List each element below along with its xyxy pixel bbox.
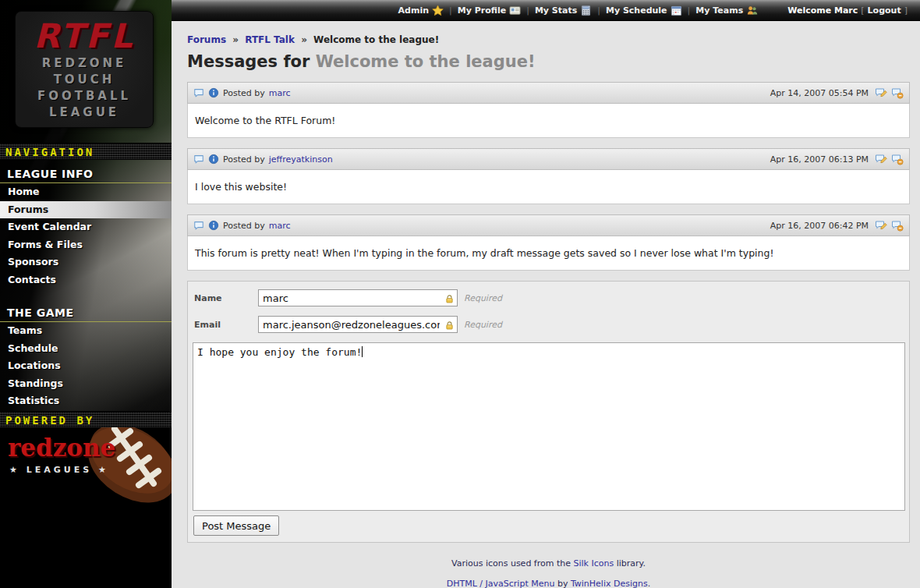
topbar-separator: | (688, 5, 691, 16)
breadcrumb-link-rtfl-talk[interactable]: RTFL Talk (245, 34, 295, 45)
sidebar-item-event-calendar[interactable]: Event Calendar (0, 218, 172, 236)
dhtml-menu-link[interactable]: DHTML / JavaScript Menu (447, 579, 555, 588)
message-timestamp: Apr 16, 2007 06:42 PM (770, 221, 869, 231)
welcome-user-label: Welcome Marc (787, 5, 858, 16)
sidebar-item-statistics[interactable]: Statistics (0, 392, 172, 410)
posted-by-label: Posted by (223, 88, 265, 98)
topbar: Admin | My Profile | My Stats | My Sched… (172, 0, 920, 21)
breadcrumb-separator: » (232, 34, 239, 45)
breadcrumb-current: Welcome to the league! (313, 34, 439, 45)
edit-comment-icon[interactable] (875, 87, 887, 99)
required-label: Required (464, 293, 502, 303)
author-link[interactable]: jeffreyatkinson (269, 154, 333, 165)
information-icon[interactable] (208, 220, 219, 231)
sidebar-item-standings[interactable]: Standings (0, 375, 172, 393)
required-label: Required (464, 320, 502, 330)
footer: Various icons used from the Silk Icons l… (187, 558, 910, 588)
message-timestamp: Apr 14, 2007 05:54 PM (770, 88, 869, 98)
comment-icon (193, 220, 204, 231)
my-schedule-menu-item[interactable]: My Schedule (606, 5, 682, 16)
rtfl-logo-acronym: RTFL (16, 16, 153, 55)
post-message-button[interactable]: Post Message (193, 515, 279, 536)
author-link[interactable]: marc (269, 221, 291, 231)
edit-comment-icon[interactable] (875, 153, 887, 165)
topbar-separator: | (597, 5, 600, 16)
text-caret (362, 346, 363, 357)
rtfl-logo-line: TOUCH (16, 72, 153, 88)
admin-link[interactable]: Admin (398, 5, 429, 16)
message-textarea[interactable]: I hope you enjoy the forum! (193, 342, 905, 511)
name-field-row: Name Required (194, 289, 905, 306)
calendar-icon (671, 5, 682, 16)
sidebar-item-forums[interactable]: Forums (0, 201, 172, 219)
my-stats-menu-item[interactable]: My Stats (535, 5, 592, 16)
my-profile-link[interactable]: My Profile (458, 5, 506, 16)
information-icon[interactable] (208, 154, 219, 165)
rtfl-logo-line: REDZONE (16, 55, 153, 72)
calculator-icon (580, 5, 592, 16)
rtfl-logo[interactable]: RTFL REDZONE TOUCH FOOTBALL LEAGUE (15, 11, 154, 128)
information-icon[interactable] (208, 87, 219, 98)
nav-heading-league-info: LEAGUE INFO (0, 160, 172, 183)
delete-comment-icon[interactable] (891, 219, 904, 232)
author-link[interactable]: marc (269, 88, 291, 98)
breadcrumb: Forums » RTFL Talk » Welcome to the leag… (187, 34, 910, 45)
page-title: Messages for Welcome to the league! (187, 52, 910, 71)
group-icon (746, 5, 758, 16)
navigation-header: NAVIGATION (0, 143, 172, 160)
name-input[interactable] (258, 289, 458, 306)
my-teams-link[interactable]: My Teams (695, 5, 743, 16)
rtfl-logo-line: FOOTBALL (16, 88, 153, 104)
twinhelix-link[interactable]: TwinHelix Designs (571, 579, 648, 588)
logout-bracket: ] (904, 5, 908, 16)
message-body: I love this website! (187, 170, 910, 204)
email-field-row: Email Required (194, 316, 905, 333)
vcard-icon (509, 5, 521, 16)
my-stats-link[interactable]: My Stats (535, 5, 577, 16)
page-title-prefix: Messages for (187, 52, 310, 71)
my-schedule-link[interactable]: My Schedule (606, 5, 667, 16)
breadcrumb-separator: » (301, 34, 307, 45)
message-body: Welcome to the RTFL Forum! (187, 104, 910, 138)
footer-credit-text: by (554, 579, 571, 588)
footer-credit-text: Various icons used from the (451, 558, 574, 569)
email-input[interactable] (258, 316, 458, 333)
my-profile-menu-item[interactable]: My Profile (458, 5, 521, 16)
sidebar-item-sponsors[interactable]: Sponsors (0, 253, 172, 271)
email-label: Email (194, 320, 258, 330)
forum-message: Posted by jeffreyatkinson Apr 16, 2007 0… (187, 148, 910, 204)
leagues-wordmark: ★ LEAGUES ★ (9, 465, 109, 475)
delete-comment-icon[interactable] (891, 153, 904, 165)
lock-icon (444, 319, 455, 334)
posted-by-label: Posted by (223, 154, 265, 165)
message-body: This forum is pretty neat! When I'm typi… (187, 236, 910, 271)
silk-icons-link[interactable]: Silk Icons (574, 558, 614, 569)
message-timestamp: Apr 16, 2007 06:13 PM (770, 154, 869, 165)
edit-comment-icon[interactable] (875, 219, 887, 232)
delete-comment-icon[interactable] (891, 87, 904, 99)
sidebar: RTFL REDZONE TOUCH FOOTBALL LEAGUE NAVIG… (0, 0, 172, 588)
sidebar-item-contacts[interactable]: Contacts (0, 271, 172, 289)
comment-icon (193, 154, 204, 165)
sidebar-item-schedule[interactable]: Schedule (0, 340, 172, 358)
logout-bracket: [ (861, 5, 864, 16)
forum-message: Posted by marc Apr 16, 2007 06:42 PM Thi… (187, 214, 910, 271)
lock-icon (444, 292, 455, 307)
comment-icon (193, 87, 204, 98)
admin-menu-item[interactable]: Admin (398, 5, 444, 16)
sidebar-item-teams[interactable]: Teams (0, 322, 172, 340)
redzone-leagues-logo[interactable]: redzone ★ LEAGUES ★ (0, 427, 172, 505)
breadcrumb-link-forums[interactable]: Forums (187, 34, 226, 45)
logout-link[interactable]: Logout (868, 5, 901, 16)
sidebar-item-locations[interactable]: Locations (0, 357, 172, 375)
message-header: Posted by jeffreyatkinson Apr 16, 2007 0… (187, 148, 910, 170)
rtfl-logo-line: LEAGUE (16, 104, 153, 121)
message-header: Posted by marc Apr 14, 2007 05:54 PM (187, 82, 910, 104)
sidebar-item-home[interactable]: Home (0, 183, 172, 201)
sidebar-item-forms-files[interactable]: Forms & Files (0, 236, 172, 254)
forum-message: Posted by marc Apr 14, 2007 05:54 PM Wel… (187, 82, 910, 138)
page-title-topic: Welcome to the league! (316, 52, 536, 71)
my-teams-menu-item[interactable]: My Teams (695, 5, 758, 16)
footer-credit-text: . (648, 579, 651, 588)
nav-heading-the-game: THE GAME (0, 299, 172, 322)
